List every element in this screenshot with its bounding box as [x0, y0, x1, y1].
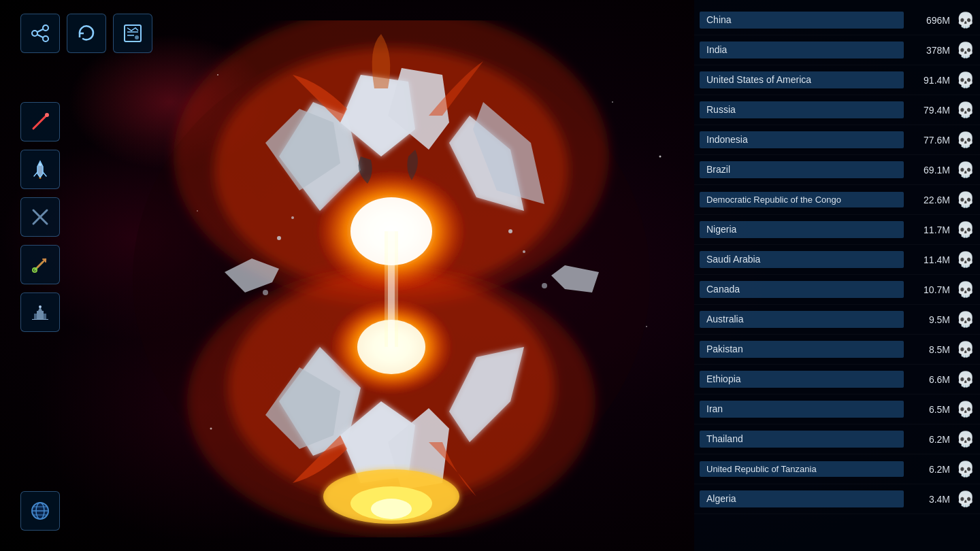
country-value: 6.5M [909, 404, 950, 415]
skull-icon: 💀 [956, 191, 975, 209]
leaderboard-row[interactable]: Ethiopia6.6M💀 [694, 365, 980, 395]
country-name: United States of America [700, 71, 904, 88]
svg-point-39 [43, 25, 48, 31]
share-button[interactable] [20, 14, 60, 53]
skull-icon: 💀 [956, 101, 975, 119]
map-button[interactable] [113, 14, 152, 53]
leaderboard-row[interactable]: Pakistan8.5M💀 [694, 335, 980, 365]
skull-icon: 💀 [956, 461, 975, 478]
svg-point-28 [291, 216, 294, 219]
strike-button[interactable] [20, 197, 60, 237]
svg-point-30 [523, 250, 525, 253]
country-name: Thailand [700, 431, 904, 448]
svg-line-43 [37, 35, 43, 37]
top-toolbar [20, 14, 152, 53]
country-name: China [700, 12, 904, 29]
country-name: Ethiopia [700, 371, 904, 388]
country-value: 79.4M [909, 105, 950, 116]
svg-rect-56 [34, 314, 37, 319]
leaderboard-row[interactable]: Canada10.7M💀 [694, 275, 980, 305]
svg-point-34 [612, 101, 613, 103]
skull-icon: 💀 [956, 71, 975, 89]
leaderboard-row[interactable]: Iran6.5M💀 [694, 395, 980, 424]
skull-icon: 💀 [956, 12, 975, 29]
svg-point-38 [210, 428, 212, 430]
country-name: Nigeria [700, 221, 904, 238]
country-name: Democratic Republic of the Congo [700, 192, 904, 208]
svg-line-53 [37, 259, 46, 267]
leaderboard-row[interactable]: Democratic Republic of the Congo22.6M💀 [694, 185, 980, 215]
svg-rect-54 [37, 311, 44, 319]
skull-icon: 💀 [956, 431, 975, 448]
leaderboard-row[interactable]: Saudi Arabia11.4M💀 [694, 245, 980, 275]
leaderboard-row[interactable]: Australia9.5M💀 [694, 305, 980, 335]
leaderboard-row[interactable]: Brazil69.1M💀 [694, 155, 980, 185]
country-name: Pakistan [700, 341, 904, 358]
skull-icon: 💀 [956, 41, 975, 59]
globe-button[interactable] [20, 491, 60, 531]
country-value: 9.5M [909, 314, 950, 325]
svg-point-48 [39, 163, 42, 166]
leaderboard-row[interactable]: Nigeria11.7M💀 [694, 215, 980, 245]
side-toolbar [20, 102, 60, 332]
svg-rect-58 [32, 319, 48, 320]
country-value: 11.7M [909, 224, 950, 235]
svg-point-31 [263, 290, 268, 295]
leaderboard-row[interactable]: Thailand6.2M💀 [694, 424, 980, 454]
svg-point-35 [659, 156, 662, 158]
country-name: Australia [700, 311, 904, 328]
svg-rect-26 [388, 231, 395, 347]
skull-icon: 💀 [956, 131, 975, 149]
country-name: Brazil [700, 161, 904, 178]
svg-point-37 [646, 326, 647, 327]
country-name: Iran [700, 401, 904, 418]
leaderboard-row[interactable]: India378M💀 [694, 35, 980, 65]
settings-button[interactable] [20, 245, 60, 284]
country-value: 11.4M [909, 254, 950, 265]
skull-icon: 💀 [956, 341, 975, 358]
country-value: 6.2M [909, 434, 950, 445]
country-value: 6.2M [909, 464, 950, 475]
skull-icon: 💀 [956, 311, 975, 329]
svg-rect-44 [125, 25, 141, 41]
svg-line-46 [33, 115, 47, 129]
leaderboard-row[interactable]: Algeria3.4M💀 [694, 484, 980, 514]
city-button[interactable] [20, 293, 60, 332]
explosion-visualization [102, 20, 681, 537]
country-name: Russia [700, 101, 904, 118]
svg-point-29 [508, 229, 512, 233]
skull-icon: 💀 [956, 371, 975, 388]
svg-point-27 [277, 236, 281, 240]
svg-point-24 [371, 499, 412, 519]
country-value: 77.6M [909, 135, 950, 146]
country-value: 3.4M [909, 494, 950, 505]
skull-icon: 💀 [956, 161, 975, 179]
laser-button[interactable] [20, 102, 60, 141]
svg-point-41 [43, 36, 48, 41]
country-name: Algeria [700, 490, 904, 507]
leaderboard-panel: China696M💀India378M💀United States of Ame… [694, 0, 980, 551]
country-value: 378M [909, 45, 950, 56]
country-value: 8.5M [909, 344, 950, 355]
country-name: Canada [700, 281, 904, 298]
svg-point-40 [32, 31, 37, 36]
skull-icon: 💀 [956, 490, 975, 508]
country-name: Saudi Arabia [700, 251, 904, 268]
refresh-button[interactable] [67, 14, 106, 53]
leaderboard-row[interactable]: China696M💀 [694, 5, 980, 35]
country-name: Indonesia [700, 131, 904, 148]
country-value: 6.6M [909, 374, 950, 385]
missile-button[interactable] [20, 150, 60, 189]
skull-icon: 💀 [956, 251, 975, 269]
leaderboard-row[interactable]: United Republic of Tanzania6.2M💀 [694, 454, 980, 484]
country-value: 696M [909, 15, 950, 26]
leaderboard-row[interactable]: Indonesia77.6M💀 [694, 125, 980, 155]
skull-icon: 💀 [956, 281, 975, 299]
country-value: 22.6M [909, 195, 950, 205]
country-value: 69.1M [909, 165, 950, 176]
leaderboard-row[interactable]: United States of America91.4M💀 [694, 65, 980, 95]
country-value: 10.7M [909, 284, 950, 295]
skull-icon: 💀 [956, 401, 975, 418]
svg-point-33 [217, 74, 218, 76]
leaderboard-row[interactable]: Russia79.4M💀 [694, 95, 980, 125]
